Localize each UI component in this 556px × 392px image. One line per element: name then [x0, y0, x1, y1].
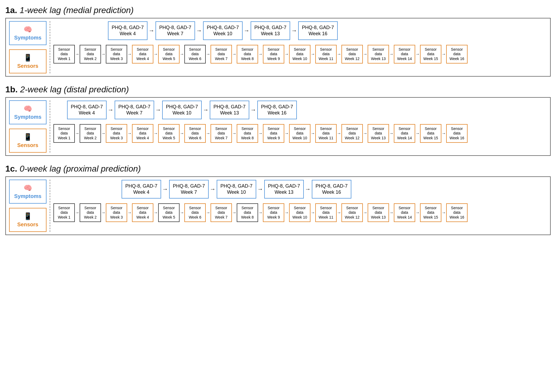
sensor-arrow: → [258, 210, 263, 215]
sensor-box: Sensor dataWeek 7 [211, 203, 232, 222]
dashed-separator [50, 180, 50, 232]
sensor-box: Sensor dataWeek 3 [106, 124, 127, 143]
dashed-separator [50, 21, 50, 73]
sensor-arrow: → [415, 52, 420, 57]
sensor-arrow: → [363, 210, 368, 215]
sensor-arrow: → [153, 52, 158, 57]
sensor-box: Sensor dataWeek 13 [368, 45, 389, 64]
phq-box: PHQ-8, GAD-7Week 4 [108, 21, 147, 40]
symptoms-row: PHQ-8, GAD-7Week 4→PHQ-8, GAD-7Week 7→PH… [53, 21, 547, 40]
sensor-box: Sensor dataWeek 11 [315, 124, 337, 143]
symptoms-icon: 🧠 [24, 25, 32, 34]
sensor-arrow: → [337, 131, 341, 136]
sensor-box: Sensor dataWeek 12 [341, 45, 363, 64]
symptoms-text: Symptoms [14, 193, 41, 199]
phq-box: PHQ-8, GAD-7Week 4 [122, 180, 161, 199]
sensor-box: Sensor dataWeek 9 [263, 124, 284, 143]
phq-arrow: → [243, 27, 251, 34]
phq-box: PHQ-8, GAD-7Week 7 [169, 180, 209, 199]
sensor-box: Sensor dataWeek 12 [341, 124, 363, 143]
section-1b: 1b. 2-week lag (distal prediction)🧠Sympt… [5, 85, 551, 156]
sensors-row: Sensor dataWeek 1→Sensor dataWeek 2→Sens… [53, 45, 547, 64]
sensor-arrow: → [127, 52, 132, 57]
sensor-box: Sensor dataWeek 4 [132, 45, 153, 64]
sensor-arrow: → [284, 131, 289, 136]
sensor-box: Sensor dataWeek 3 [106, 203, 127, 222]
sensor-arrow: → [258, 52, 263, 57]
phq-box: PHQ-8, GAD-7Week 16 [298, 21, 338, 40]
symptoms-text: Symptoms [14, 114, 41, 120]
sensor-box: Sensor dataWeek 1 [53, 45, 75, 64]
sensor-box: Sensor dataWeek 4 [132, 124, 153, 143]
sensor-box: Sensor dataWeek 16 [446, 45, 468, 64]
sensors-text: Sensors [17, 63, 38, 69]
phq-arrow: → [147, 27, 155, 34]
phq-box: PHQ-8, GAD-7Week 16 [312, 180, 351, 199]
sensor-arrow: → [441, 52, 446, 57]
sensor-box: Sensor dataWeek 8 [237, 45, 258, 64]
sensor-arrow: → [310, 52, 315, 57]
sensor-box: Sensor dataWeek 3 [106, 45, 127, 64]
phq-box: PHQ-8, GAD-7Week 7 [115, 101, 154, 119]
sensor-box: Sensor dataWeek 15 [420, 45, 441, 64]
sensor-box: Sensor dataWeek 10 [289, 45, 310, 64]
sensor-arrow: → [258, 131, 263, 136]
section-title: 1b. 2-week lag (distal prediction) [5, 85, 551, 94]
sensors-text: Sensors [17, 142, 38, 148]
phq-box: PHQ-8, GAD-7Week 4 [67, 101, 107, 119]
sensor-box: Sensor dataWeek 2 [80, 203, 101, 222]
sensor-arrow: → [232, 52, 237, 57]
sensor-arrow: → [363, 131, 368, 136]
phq-arrow: → [107, 106, 115, 113]
sensor-box: Sensor dataWeek 8 [237, 124, 258, 143]
sensor-arrow: → [206, 210, 211, 215]
sensors-label: 📱Sensors [9, 49, 46, 73]
sensor-box: Sensor dataWeek 7 [211, 45, 232, 64]
phq-arrow: → [154, 106, 162, 113]
sensor-box: Sensor dataWeek 13 [368, 124, 389, 143]
sensor-arrow: → [206, 52, 211, 57]
section-title: 1a. 1-week lag (medial prediction) [5, 5, 551, 15]
sensors-text: Sensors [17, 221, 38, 228]
phq-arrow: → [209, 186, 217, 193]
phq-arrow: → [290, 27, 298, 34]
sensor-arrow: → [415, 210, 420, 215]
diagram: 🧠Symptoms📱SensorsPHQ-8, GAD-7Week 4→PHQ-… [5, 97, 551, 156]
phq-arrow: → [256, 186, 264, 193]
sensor-box: Sensor dataWeek 5 [158, 45, 180, 64]
phq-box: PHQ-8, GAD-7Week 10 [203, 21, 243, 40]
sensor-box: Sensor dataWeek 14 [394, 45, 415, 64]
sensor-box: Sensor dataWeek 10 [289, 124, 310, 143]
sensor-arrow: → [389, 210, 394, 215]
symptoms-label: 🧠Symptoms [9, 21, 46, 45]
phq-box: PHQ-8, GAD-7Week 13 [210, 101, 249, 119]
sensor-arrow: → [180, 131, 184, 136]
sensors-icon: 📱 [24, 133, 32, 141]
sensor-arrow: → [153, 131, 158, 136]
sensor-box: Sensor dataWeek 14 [394, 203, 415, 222]
phq-box: PHQ-8, GAD-7Week 10 [217, 180, 256, 199]
sensor-box: Sensor dataWeek 10 [289, 203, 310, 222]
sensors-icon: 📱 [24, 212, 32, 220]
phq-arrow: → [195, 27, 203, 34]
sensor-box: Sensor dataWeek 16 [446, 124, 468, 143]
sensor-arrow: → [310, 131, 315, 136]
sensor-box: Sensor dataWeek 15 [420, 203, 441, 222]
sensor-arrow: → [337, 210, 341, 215]
sensor-arrow: → [180, 52, 184, 57]
sensor-box: Sensor dataWeek 6 [184, 124, 206, 143]
symptoms-icon: 🧠 [24, 184, 32, 192]
sensor-arrow: → [180, 210, 184, 215]
sensor-box: Sensor dataWeek 7 [211, 124, 232, 143]
sensor-box: Sensor dataWeek 9 [263, 45, 284, 64]
diagram: 🧠Symptoms📱SensorsPHQ-8, GAD-7Week 4→PHQ-… [5, 18, 551, 77]
sensor-arrow: → [232, 131, 237, 136]
sensors-row: Sensor dataWeek 1→Sensor dataWeek 2→Sens… [53, 203, 547, 222]
sensor-box: Sensor dataWeek 16 [446, 203, 468, 222]
symptoms-row: PHQ-8, GAD-7Week 4→PHQ-8, GAD-7Week 7→PH… [53, 100, 547, 120]
sensor-arrow: → [284, 52, 289, 57]
sensor-arrow: → [310, 210, 315, 215]
sensor-arrow: → [75, 52, 80, 57]
symptoms-label: 🧠Symptoms [9, 180, 46, 204]
sensor-arrow: → [389, 131, 394, 136]
